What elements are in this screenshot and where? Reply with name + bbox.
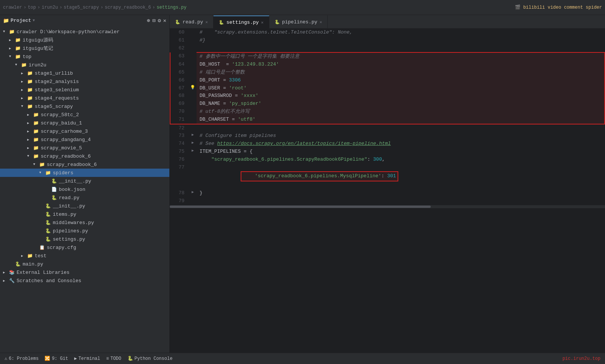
gutter bbox=[189, 52, 197, 61]
sync-icon[interactable]: ⊕ bbox=[147, 17, 150, 24]
tab-read-py[interactable]: 🐍 read.py ✕ bbox=[170, 15, 213, 28]
sidebar-item-init1[interactable]: ▶ 🐍 __init__.py bbox=[0, 177, 169, 185]
breadcrumb-crawler[interactable]: crawler bbox=[3, 5, 22, 10]
line-number: 71 bbox=[170, 116, 189, 124]
scrollbar-thumb bbox=[170, 206, 431, 208]
sidebar-item-irun2u[interactable]: ▼ 📁 irun2u bbox=[0, 61, 169, 69]
code-line-75: 75 ▶ ITEM_PIPELINES = { bbox=[170, 148, 605, 156]
sidebar-actions[interactable]: ⊕ ⊟ ⚙ ✕ bbox=[147, 17, 166, 24]
sidebar-item-readpy[interactable]: ▶ 🐍 read.py bbox=[0, 194, 169, 202]
py-file-icon: 🐍 bbox=[51, 178, 57, 184]
line-number: 70 bbox=[170, 108, 189, 116]
sidebar-item-mainpy[interactable]: ▶ 🐍 main.py bbox=[0, 260, 169, 268]
folder-icon: 📁 bbox=[14, 37, 21, 43]
code-line-72: 72 bbox=[170, 124, 605, 132]
item-label: scrapy_readbook_6 bbox=[41, 154, 91, 159]
sidebar-item-bookjson[interactable]: ▶ 📄 book.json bbox=[0, 185, 169, 194]
sidebar-item-init2[interactable]: ▶ 🐍 __init__.py bbox=[0, 202, 169, 210]
sidebar-item-dangdang[interactable]: ▶ 📁 scrapy_dangdang_4 bbox=[0, 135, 169, 144]
code-line-66: 66 DB_PORT = 3306 bbox=[170, 77, 605, 84]
item-label: pipelines.py bbox=[53, 228, 88, 234]
sidebar-item-stage2[interactable]: ▶ 📁 stage2_analysis bbox=[0, 77, 169, 86]
status-todo[interactable]: ≡ TODO bbox=[106, 356, 121, 361]
status-git[interactable]: 🔀 9: Git bbox=[45, 356, 68, 361]
sidebar-item-settingspy[interactable]: ▶ 🐍 settings.py bbox=[0, 235, 169, 243]
sidebar-item-scrapycfg[interactable]: ▶ 📋 scrapy.cfg bbox=[0, 243, 169, 252]
gutter bbox=[189, 92, 197, 100]
scratches-icon: 🔧 bbox=[8, 278, 15, 283]
scrollbar-horizontal[interactable] bbox=[170, 205, 605, 208]
sidebar-item-test[interactable]: ▶ 📁 test bbox=[0, 252, 169, 260]
breadcrumb-settings[interactable]: settings.py bbox=[157, 5, 186, 10]
sidebar-item-itemspy[interactable]: ▶ 🐍 items.py bbox=[0, 210, 169, 218]
item-label: spiders bbox=[53, 170, 74, 176]
sidebar-item-pipelinespy[interactable]: ▶ 🐍 pipelines.py bbox=[0, 227, 169, 235]
sidebar-item-baidu[interactable]: ▶ 📁 scrapy_baidu_1 bbox=[0, 119, 169, 127]
tab-close-pipelines[interactable]: ✕ bbox=[319, 20, 322, 25]
sidebar-item-carhome[interactable]: ▶ 📁 scrapy_carhome_3 bbox=[0, 127, 169, 135]
sidebar-item-stage3[interactable]: ▶ 📁 stage3_selenium bbox=[0, 86, 169, 94]
close-icon[interactable]: ✕ bbox=[163, 17, 166, 24]
sidebar-item-ext-libs[interactable]: ▶ 📚 External Libraries bbox=[0, 268, 169, 276]
py-file-icon: 🐍 bbox=[45, 203, 51, 209]
code-line-60: 60 # "scrapy.extensions.telnet.TelnetCon… bbox=[170, 29, 605, 37]
arrow-icon: ▼ bbox=[33, 163, 38, 166]
ext-libs-icon: 📚 bbox=[8, 270, 15, 275]
terminal-icon: ▶ bbox=[74, 356, 77, 361]
sidebar-item-stage5[interactable]: ▼ 📁 stage5_scrapy bbox=[0, 102, 169, 111]
code-editor[interactable]: 60 # "scrapy.extensions.telnet.TelnetCon… bbox=[170, 29, 605, 353]
status-terminal[interactable]: ▶ Terminal bbox=[74, 356, 100, 361]
json-file-icon: 📄 bbox=[51, 187, 57, 192]
breadcrumb-readbook[interactable]: scrapy_readbook_6 bbox=[105, 5, 151, 10]
sidebar-item-itguigu-note[interactable]: ▶ 📁 itguigu笔记 bbox=[0, 44, 169, 52]
folder-icon: 📁 bbox=[32, 145, 39, 151]
editor-tabs: 🐍 read.py ✕ 🐍 settings.py ✕ 🐍 pipelines.… bbox=[170, 15, 605, 29]
sidebar-item-readbook-inner[interactable]: ▼ 📁 scrapy_readbook_6 bbox=[0, 160, 169, 169]
py-file-icon: 🐍 bbox=[45, 237, 51, 242]
folder-icon: 📁 bbox=[26, 87, 33, 92]
sidebar-item-58tc[interactable]: ▶ 📁 scrapy_58tc_2 bbox=[0, 111, 169, 119]
tab-settings-py[interactable]: 🐍 settings.py ✕ bbox=[213, 15, 269, 28]
tab-close-read[interactable]: ✕ bbox=[206, 20, 208, 25]
arrow-icon: ▶ bbox=[3, 270, 8, 275]
line-content: DB_HOST = '123.249.83.224' bbox=[197, 61, 605, 69]
tree-root[interactable]: ▼ 📁 crawler D:\Workspace-python\crawler bbox=[0, 28, 169, 36]
gutter bbox=[189, 197, 197, 205]
line-number: 63 bbox=[170, 52, 189, 61]
settings-icon[interactable]: ⚙ bbox=[158, 17, 161, 24]
arrow-icon: ▶ bbox=[9, 46, 14, 51]
code-line-74: 74 ▶ # See https://docs.scrapy.org/en/la… bbox=[170, 140, 605, 148]
status-problems[interactable]: ⚠ 6: Problems bbox=[5, 356, 38, 361]
line-content bbox=[197, 124, 605, 132]
py-icon: 🐍 bbox=[219, 20, 224, 25]
breadcrumb-irun2u[interactable]: irun2u bbox=[41, 5, 58, 10]
line-number: 64 bbox=[170, 61, 189, 69]
arrow-icon: ▼ bbox=[3, 30, 8, 34]
sidebar-item-stage4[interactable]: ▶ 📁 stage4_requests bbox=[0, 94, 169, 102]
arrow-icon: ▼ bbox=[15, 63, 20, 67]
sidebar-item-itguigu-src[interactable]: ▶ 📁 itguigu源码 bbox=[0, 36, 169, 44]
tab-pipelines-py[interactable]: 🐍 pipelines.py ✕ bbox=[269, 15, 328, 28]
breadcrumb-top[interactable]: top bbox=[28, 5, 36, 10]
sidebar-item-middlewarespy[interactable]: ▶ 🐍 middlewares.py bbox=[0, 218, 169, 227]
python-icon: 🐍 bbox=[127, 356, 133, 361]
todo-label: TODO bbox=[111, 356, 121, 361]
sidebar-item-stage1[interactable]: ▶ 📁 stage1_urllib bbox=[0, 69, 169, 77]
sidebar-item-top[interactable]: ▼ 📁 top bbox=[0, 52, 169, 61]
breadcrumb-stage5[interactable]: stage5_scrapy bbox=[64, 5, 99, 10]
sidebar-item-scratches[interactable]: ▶ 🔧 Scratches and Consoles bbox=[0, 276, 169, 285]
item-label: scrapy_movie_5 bbox=[41, 145, 82, 151]
py-file-icon: 🐍 bbox=[45, 228, 51, 233]
sidebar-item-movie[interactable]: ▶ 📁 scrapy_movie_5 bbox=[0, 144, 169, 152]
line-content: DB_PORT = 3306 bbox=[197, 77, 605, 84]
sidebar: 📁 Project ▼ ⊕ ⊟ ⚙ ✕ ▼ 📁 crawler D:\Works… bbox=[0, 15, 170, 353]
sidebar-item-readbook-outer[interactable]: ▼ 📁 scrapy_readbook_6 bbox=[0, 152, 169, 160]
tab-label: read.py bbox=[183, 19, 203, 25]
line-content: #} bbox=[197, 37, 605, 45]
layout-icon[interactable]: ⊟ bbox=[152, 17, 155, 24]
status-python-console[interactable]: 🐍 Python Console bbox=[127, 356, 173, 361]
tab-close-settings[interactable]: ✕ bbox=[261, 20, 264, 25]
sidebar-item-spiders[interactable]: ▼ 📁 spiders bbox=[0, 169, 169, 177]
gutter: ▶ bbox=[189, 148, 197, 156]
gutter: ▶ bbox=[189, 132, 197, 140]
